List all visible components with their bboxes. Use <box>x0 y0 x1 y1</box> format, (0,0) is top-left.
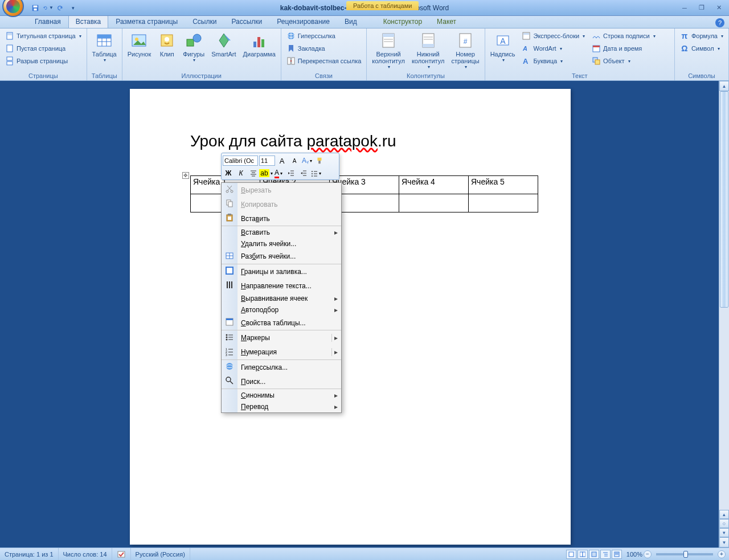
size-combo[interactable] <box>259 156 275 166</box>
restore-button[interactable]: ❐ <box>695 3 708 13</box>
ctx-вставить[interactable]: Вставить▸ <box>222 227 341 238</box>
smartart-button[interactable]: SmartArt <box>208 30 239 59</box>
redo-icon[interactable] <box>55 2 66 14</box>
save-icon[interactable] <box>30 2 41 14</box>
font-combo[interactable] <box>223 156 258 166</box>
full-screen-view-icon[interactable] <box>578 550 588 559</box>
tab-mailings[interactable]: Рассылки <box>224 15 269 28</box>
qat-dropdown-icon[interactable]: ▾ <box>67 2 79 14</box>
clip-button[interactable]: Клип <box>155 30 179 59</box>
tab-references[interactable]: Ссылки <box>185 15 224 28</box>
ctx-свойства-таблицы-[interactable]: Свойства таблицы... <box>222 316 341 330</box>
center-icon[interactable] <box>248 167 259 179</box>
ctx-гиперссылка-[interactable]: Гиперссылка... <box>222 360 341 374</box>
tab-layout[interactable]: Макет <box>429 15 464 28</box>
decrease-indent-icon[interactable] <box>285 167 297 179</box>
signature-button[interactable]: Строка подписи▾ <box>589 30 658 42</box>
object-button[interactable]: Объект▾ <box>589 55 658 67</box>
outline-view-icon[interactable] <box>600 550 611 559</box>
tab-review[interactable]: Рецензирование <box>269 15 337 28</box>
shrink-font-icon[interactable]: A <box>289 155 300 166</box>
ctx-границы-и-заливка-[interactable]: Границы и заливка... <box>222 264 341 279</box>
dropcap-button[interactable]: AБуквица▾ <box>519 55 588 67</box>
ctx-синонимы[interactable]: Синонимы▸ <box>222 390 341 401</box>
equation-button[interactable]: πФормула▾ <box>677 30 726 42</box>
table-button[interactable]: Таблица▾ <box>89 30 120 64</box>
svg-rect-6 <box>7 57 13 60</box>
group-symbols-label: Символы <box>677 71 726 80</box>
ctx-поиск-[interactable]: Поиск... <box>222 374 341 389</box>
page-break-icon <box>5 56 14 66</box>
print-layout-view-icon[interactable] <box>566 550 576 559</box>
zoom-slider[interactable] <box>656 553 713 555</box>
ctx-нумерация[interactable]: 123Нумерация▸ <box>222 345 341 360</box>
hyperlink-button[interactable]: Гиперссылка <box>284 30 364 42</box>
font-color-icon[interactable]: A▾ <box>273 167 284 179</box>
cover-page-button[interactable]: Титульная страница▾ <box>2 30 84 42</box>
scroll-down-button[interactable]: ▼ <box>719 537 729 547</box>
picture-button[interactable]: Рисунок <box>125 30 154 59</box>
word-count[interactable]: Число слов: 14 <box>59 548 112 560</box>
tab-home[interactable]: Главная <box>27 15 68 28</box>
tab-design[interactable]: Конструктор <box>376 15 429 28</box>
italic-icon[interactable]: К <box>235 167 247 179</box>
format-painter-icon[interactable] <box>314 155 325 166</box>
symbol-button[interactable]: ΩСимвол▾ <box>677 42 726 55</box>
ctx-автоподбор[interactable]: Автоподбор▸ <box>222 304 341 316</box>
ctx-маркеры[interactable]: Маркеры▸ <box>222 331 341 345</box>
ctx-направление-текста-[interactable]: Направление текста... <box>222 279 341 293</box>
tab-view[interactable]: Вид <box>337 15 364 28</box>
heading[interactable]: Урок для сайта paratapok.ru <box>190 132 396 150</box>
web-layout-view-icon[interactable] <box>589 550 599 559</box>
page-number-button[interactable]: #Номер страницы▾ <box>448 30 482 71</box>
browse-object-button[interactable]: ○ <box>719 519 729 528</box>
increase-indent-icon[interactable] <box>298 167 309 179</box>
tab-page-layout[interactable]: Разметка страницы <box>108 15 185 28</box>
textbox-button[interactable]: AНадпись▾ <box>488 30 518 64</box>
zoom-out-button[interactable]: − <box>644 550 652 558</box>
footer-button[interactable]: Нижний колонтитул▾ <box>409 30 448 71</box>
quickparts-button[interactable]: Экспресс-блоки▾ <box>519 30 588 42</box>
next-page-button[interactable]: ▾ <box>719 528 729 537</box>
page[interactable]: Урок для сайта paratapok.ru ✥ Ячейка 1 Я… <box>130 89 571 545</box>
table-move-handle[interactable]: ✥ <box>182 172 189 179</box>
wordart-button[interactable]: AWordArt▾ <box>519 42 588 55</box>
bold-icon[interactable]: Ж <box>223 167 234 179</box>
header-button[interactable]: Верхний колонтитул▾ <box>369 30 408 71</box>
blank-page-button[interactable]: Пустая страница <box>2 42 84 55</box>
document-area[interactable]: Урок для сайта paratapok.ru ✥ Ячейка 1 Я… <box>0 81 719 547</box>
draft-view-icon[interactable] <box>612 550 622 559</box>
bullets-icon[interactable]: ▾ <box>310 167 322 179</box>
styles-icon[interactable]: Aᵧ▾ <box>301 155 313 166</box>
zoom-in-button[interactable]: + <box>718 550 726 558</box>
group-text-label: Текст <box>488 71 672 80</box>
close-button[interactable]: ✕ <box>712 3 726 13</box>
table-tools-tab-label: Работа с таблицами <box>346 1 419 10</box>
ctx-перевод[interactable]: Перевод▸ <box>222 401 341 412</box>
help-icon[interactable]: ? <box>715 18 724 27</box>
language-status[interactable]: Русский (Россия) <box>131 548 190 560</box>
minimize-button[interactable]: ─ <box>678 3 691 13</box>
ctx-вставить[interactable]: Вставить <box>222 211 341 226</box>
office-button[interactable] <box>2 0 24 17</box>
highlight-icon[interactable]: ab▾ <box>260 167 272 179</box>
crossref-button[interactable]: Перекрестная ссылка <box>284 55 364 67</box>
bookmark-button[interactable]: Закладка <box>284 42 364 55</box>
page-status[interactable]: Страница: 1 из 1 <box>0 548 59 560</box>
scroll-thumb[interactable] <box>720 91 728 308</box>
ctx-выравнивание-ячеек[interactable]: Выравнивание ячеек▸ <box>222 293 341 304</box>
datetime-button[interactable]: Дата и время <box>589 42 658 55</box>
chart-button[interactable]: Диаграмма <box>240 30 279 59</box>
page-break-button[interactable]: Разрыв страницы <box>2 55 84 67</box>
undo-icon[interactable]: ▼ <box>42 2 54 14</box>
shapes-button[interactable]: Фигуры▾ <box>180 30 207 64</box>
zoom-label[interactable]: 100% <box>626 551 642 558</box>
vertical-scrollbar[interactable]: ▲ ▴ ○ ▾ ▼ <box>719 81 729 547</box>
prev-page-button[interactable]: ▴ <box>719 510 729 519</box>
grow-font-icon[interactable]: A <box>276 155 288 166</box>
proofing-icon[interactable] <box>112 548 131 560</box>
ctx-разбить-ячейки-[interactable]: Разбить ячейки... <box>222 250 341 264</box>
tab-insert[interactable]: Вставка <box>68 15 109 28</box>
scroll-up-button[interactable]: ▲ <box>719 81 729 91</box>
ctx-удалить-ячейки-[interactable]: Удалить ячейки... <box>222 238 341 250</box>
